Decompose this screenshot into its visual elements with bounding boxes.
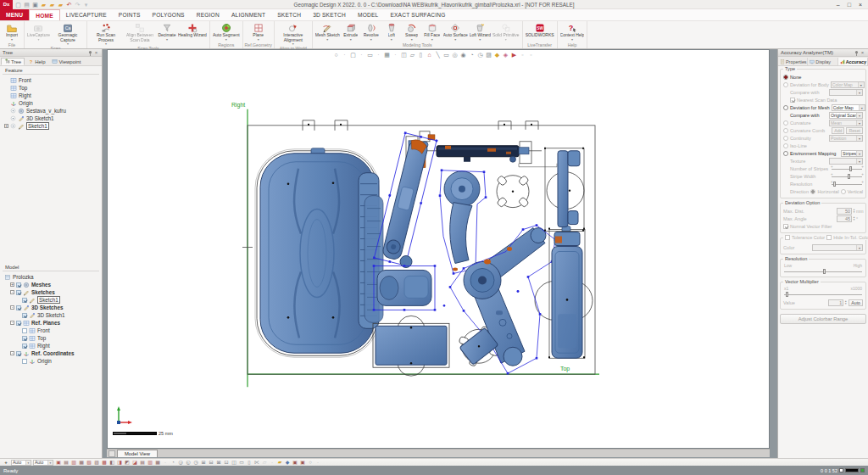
visibility-toggle-icon[interactable]	[10, 115, 16, 121]
select-visible-icon[interactable]: ▤	[63, 459, 70, 466]
customize-quick-access-icon[interactable]: ▾	[82, 1, 90, 8]
viewport-scene[interactable]: Right Top	[108, 60, 769, 448]
visibility-checkbox[interactable]	[22, 344, 27, 349]
model-viewport[interactable]: ○·▢·▭·▦·◫▱▯⌂╲▭◎◉◔◷▨◆◈▶▫▫ Right	[107, 49, 770, 449]
wireframe-view-icon[interactable]: ▭	[366, 51, 374, 59]
max-angle-input[interactable]: 45	[837, 215, 852, 222]
home-view-icon[interactable]: ⌂	[426, 51, 433, 59]
visibility-checkbox[interactable]	[22, 298, 27, 303]
minimize-icon[interactable]: –	[837, 2, 840, 8]
pin-icon[interactable]	[87, 50, 93, 56]
visibility-checkbox[interactable]	[16, 351, 21, 356]
tree-panel-tab-help[interactable]: ?Help	[25, 58, 48, 65]
accuracy-tab-display[interactable]: Display	[808, 58, 837, 65]
right-plane-line[interactable]: Right	[231, 102, 248, 387]
feature-item-sketch1[interactable]: +Sketch1	[4, 122, 102, 130]
compare-with-mesh-combo[interactable]: Original Scan D▾	[829, 112, 863, 119]
shading-options-icon[interactable]: ▨	[485, 51, 492, 59]
resolution-slider[interactable]: +	[831, 181, 863, 187]
new-document-icon[interactable]: ▢	[14, 1, 22, 8]
hide-in-tol-checkbox[interactable]	[826, 235, 832, 240]
separator-1-icon[interactable]: ·	[341, 51, 348, 59]
expander-icon[interactable]: -	[10, 290, 14, 294]
loft-button[interactable]: Loft▾	[381, 22, 402, 41]
region-view-icon[interactable]: ▦	[383, 51, 391, 59]
select-mesh-icon[interactable]: ▥	[70, 459, 77, 466]
view-tab-list-icon[interactable]	[108, 450, 115, 457]
view-iso-icon[interactable]: ▯	[246, 459, 253, 466]
loft-wizard-button[interactable]: Loft Wizard▾	[469, 22, 492, 41]
ribbon-tab-sketch[interactable]: SKETCH	[271, 9, 307, 20]
shaded-view-icon[interactable]: ▢	[349, 51, 357, 59]
visibility-toggle-icon[interactable]	[10, 108, 16, 114]
vector-multiplier-slider[interactable]	[784, 291, 862, 298]
select-sketch-icon[interactable]: ◨	[116, 459, 123, 466]
status-circle-icon[interactable]: ○	[307, 459, 314, 466]
record-b-icon[interactable]: ▣	[299, 459, 306, 466]
visibility-checkbox[interactable]	[16, 305, 21, 310]
accuracy-tab-properties[interactable]: Properties	[778, 58, 808, 65]
battery-grip-mesh[interactable]	[548, 226, 585, 359]
separator-a-icon[interactable]: ·	[162, 459, 169, 466]
spinner-arrows-icon[interactable]: ▲▼	[853, 209, 855, 214]
rotate-view-icon[interactable]: ◷	[476, 51, 484, 59]
folded-gimbal-side-view[interactable]	[406, 131, 557, 169]
plane-display-icon[interactable]: ◫	[400, 51, 408, 59]
ribbon-tab-livecapture[interactable]: LIVECAPTURE	[60, 9, 113, 20]
capture-view-icon[interactable]: ◆	[284, 459, 291, 466]
foam-organizer-mesh[interactable]	[359, 173, 383, 329]
normal-to-icon[interactable]: ⋉	[253, 459, 260, 466]
feature-item-sestava-v-kufru[interactable]: Sestava_v_kufru	[4, 107, 102, 115]
copy-view-icon[interactable]: ▰	[276, 459, 283, 466]
tolerance-color-checkbox[interactable]	[785, 235, 790, 240]
reset-button[interactable]: Reset	[846, 127, 863, 134]
ribbon-tab-menu[interactable]: MENU	[0, 9, 29, 20]
visibility-toggle-icon[interactable]	[10, 123, 16, 129]
import-folder-1-icon[interactable]: ▰	[40, 1, 47, 8]
view-top-icon[interactable]: ◫	[231, 459, 237, 466]
model-item-sketch1[interactable]: Sketch1	[4, 296, 102, 304]
select-curve-icon[interactable]: ◩	[124, 459, 131, 466]
visibility-checkbox[interactable]	[22, 313, 27, 318]
extrude-button[interactable]: Extrude▾	[341, 22, 361, 41]
select-region-icon[interactable]: ▦	[78, 459, 85, 466]
auto-surface-button[interactable]: Auto Surface▾	[442, 22, 469, 41]
green-status-icon[interactable]	[860, 468, 865, 472]
ribbon-tab-polygons[interactable]: POLYGONS	[147, 9, 191, 20]
select-body-icon[interactable]: ▧	[86, 459, 92, 466]
view-front-icon[interactable]: ⊞	[200, 459, 207, 466]
play-tool-icon[interactable]: ▶	[510, 51, 518, 59]
model-item-sketches[interactable]: -Sketches	[4, 288, 102, 296]
resolution-range-slider[interactable]	[784, 268, 862, 275]
pin-icon[interactable]	[854, 50, 860, 56]
expander-icon[interactable]: -	[10, 321, 14, 325]
ribbon-tab-alignment[interactable]: ALIGNMENT	[225, 9, 271, 20]
app-logo[interactable]: Dx	[0, 0, 13, 9]
model-item-meshes[interactable]: +Meshes	[4, 281, 102, 288]
deviation-body-combo[interactable]: Color Map▾	[831, 81, 865, 88]
visibility-checkbox[interactable]	[22, 328, 27, 333]
expander-icon[interactable]: +	[10, 282, 14, 287]
normal-vector-filter-checkbox[interactable]	[783, 224, 788, 229]
visibility-checkbox[interactable]	[22, 359, 27, 364]
model-item-ref-coordinates[interactable]: -Ref. Coordinates	[4, 349, 102, 357]
close-icon[interactable]: ×	[859, 2, 862, 8]
measure-tool-icon[interactable]: ◆	[493, 51, 501, 59]
import-folder-3-icon[interactable]: ▰	[57, 1, 64, 8]
ribbon-tab-points[interactable]: POINTS	[113, 9, 147, 20]
select-plane-icon[interactable]: ◪	[131, 459, 138, 466]
max-dist-input[interactable]: 50	[837, 208, 852, 215]
visibility-checkbox[interactable]	[16, 282, 21, 288]
auto-button[interactable]: Auto	[849, 299, 863, 306]
top-plane-line[interactable]: Top	[248, 366, 599, 374]
model-item-origin[interactable]: Origin	[4, 357, 102, 365]
curvature-combo[interactable]: Mean▾	[829, 120, 863, 126]
select-all-icon[interactable]: ▣	[55, 459, 62, 466]
ghost-tool-icon[interactable]: ▱	[261, 459, 268, 466]
separator-c-icon[interactable]: ·	[314, 459, 321, 466]
color-combo[interactable]: ▾	[812, 244, 863, 251]
save-icon[interactable]: ▣	[31, 1, 39, 8]
feature-item-3d-sketch1[interactable]: 3D Sketch1	[4, 115, 102, 122]
view-right-icon[interactable]: ⊡	[223, 459, 230, 466]
tree-panel-tab-tree[interactable]: Tree	[1, 58, 25, 65]
